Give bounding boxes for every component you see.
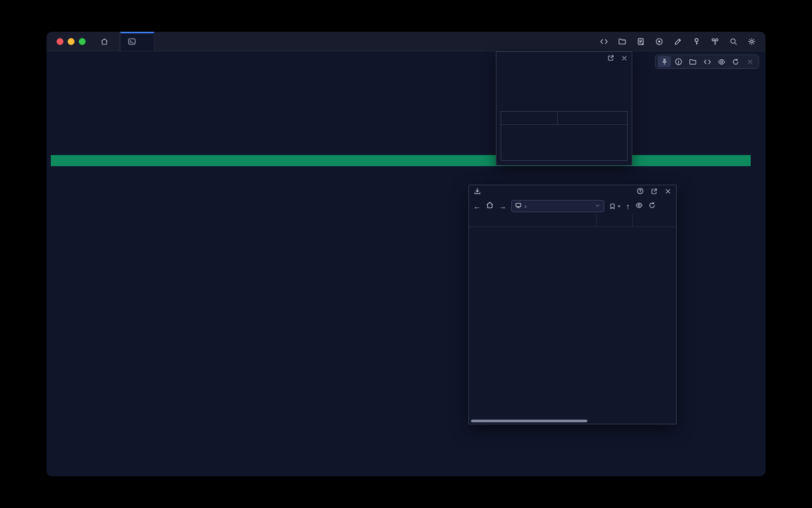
eye-icon[interactable] (715, 56, 728, 67)
new-tab-button[interactable] (154, 32, 168, 51)
close-icon[interactable] (743, 56, 756, 67)
sync-icon[interactable] (729, 56, 742, 67)
home-icon[interactable] (486, 201, 494, 211)
home-icon (100, 38, 108, 46)
sftp-table-header[interactable] (469, 214, 676, 227)
upload-icon[interactable]: ↑ (626, 202, 630, 211)
terminal-icon (128, 38, 136, 46)
chevron-down-icon[interactable] (595, 203, 601, 210)
log-icon[interactable] (634, 35, 647, 48)
search-icon[interactable] (727, 35, 740, 48)
path-breadcrumb[interactable]: › (511, 200, 604, 212)
minimize-window-button[interactable] (68, 38, 75, 45)
filesystem-table (501, 111, 628, 161)
system-info-panel (496, 51, 632, 166)
info-icon[interactable] (672, 56, 685, 67)
refresh-icon[interactable] (648, 202, 656, 211)
tab-ssh-session[interactable] (120, 32, 154, 51)
close-icon[interactable] (621, 54, 628, 64)
download-icon[interactable] (474, 187, 481, 197)
sftp-panel: ← → › ↑ (468, 185, 677, 424)
edit-icon[interactable] (671, 35, 684, 48)
open-in-window-icon[interactable] (607, 54, 614, 64)
code-icon[interactable] (597, 35, 610, 48)
folder-icon[interactable] (616, 35, 629, 48)
traffic-lights (47, 32, 93, 51)
pin-icon[interactable] (658, 56, 671, 67)
forward-icon[interactable]: → (499, 202, 506, 211)
back-icon[interactable]: ← (473, 202, 481, 211)
key-icon[interactable] (690, 35, 703, 48)
open-in-window-icon[interactable] (651, 187, 658, 197)
session-toolbar (655, 55, 759, 69)
sftp-toolbar: ← → › ↑ (469, 198, 676, 214)
zoom-window-button[interactable] (79, 38, 86, 45)
close-icon[interactable] (665, 187, 671, 197)
termora-window: ← → › ↑ (47, 32, 765, 476)
computer-icon (515, 202, 522, 210)
record-icon[interactable] (653, 35, 666, 48)
tab-termora-home[interactable] (93, 32, 120, 51)
column-header-name[interactable] (469, 214, 597, 226)
column-header-type[interactable] (597, 214, 633, 226)
code-icon[interactable] (700, 56, 714, 67)
bookmark-icon[interactable] (609, 203, 621, 210)
show-hidden-icon[interactable] (635, 202, 643, 211)
help-icon[interactable] (636, 187, 644, 197)
htop-table-header[interactable] (51, 155, 751, 166)
keychain-icon[interactable] (708, 35, 721, 48)
column-header-size[interactable] (633, 214, 676, 226)
settings-icon[interactable] (745, 35, 758, 48)
titlebar (47, 32, 765, 51)
folder-icon[interactable] (686, 56, 699, 67)
titlebar-actions (597, 32, 765, 51)
close-window-button[interactable] (57, 38, 63, 45)
horizontal-scrollbar[interactable] (471, 420, 587, 422)
breadcrumb-separator: › (524, 203, 527, 210)
sftp-file-table (469, 214, 676, 424)
